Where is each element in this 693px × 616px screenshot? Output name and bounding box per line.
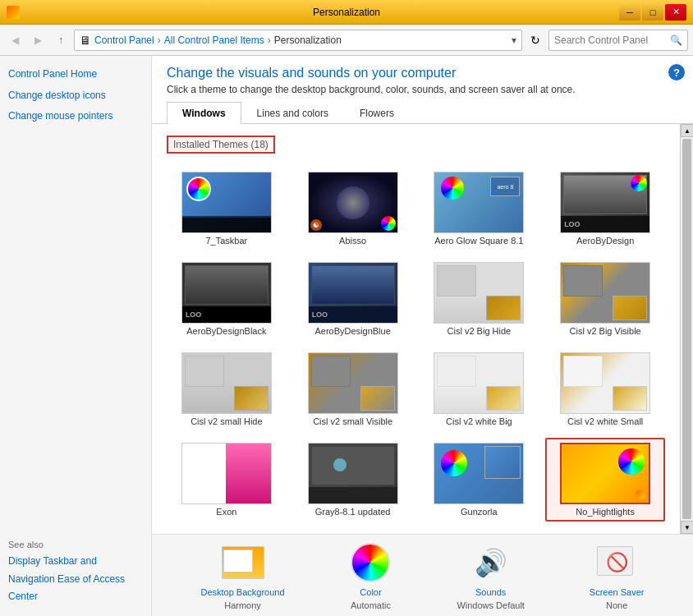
search-icon: 🔍 xyxy=(670,34,682,46)
app-icon xyxy=(7,6,20,19)
theme-thumb-cislbigvisible xyxy=(560,262,650,324)
theme-item-cislwhitebig[interactable]: Cisl v2 white Big xyxy=(420,347,539,431)
search-box[interactable]: 🔍 xyxy=(548,30,688,51)
tab-flowers[interactable]: Flowers xyxy=(344,102,410,124)
theme-name-gunzorla: Gunzorla xyxy=(461,507,498,517)
sounds-label[interactable]: Sounds xyxy=(475,587,506,597)
minimize-button[interactable]: ─ xyxy=(619,4,640,21)
screensaver-icon: 🚫 xyxy=(595,541,638,584)
theme-item-nohighlights[interactable]: No_Hightlights xyxy=(545,438,665,522)
theme-item-cislbighide[interactable]: Cisl v2 Big Hide xyxy=(420,257,539,341)
themes-area: Installed Themes (18) 7_Taskbar xyxy=(152,124,693,534)
theme-thumb-gray8 xyxy=(308,443,398,504)
tab-windows[interactable]: Windows xyxy=(167,102,241,124)
theme-item-abisso[interactable]: ☯ Abisso xyxy=(293,167,413,251)
theme-item-gunzorla[interactable]: Gunzorla xyxy=(420,438,539,522)
color-sublabel: Automatic xyxy=(351,600,391,610)
address-bar: 🖥 Control Panel › All Control Panel Item… xyxy=(74,30,522,51)
forward-button[interactable]: ▶ xyxy=(28,30,48,50)
theme-item-cislbigvisible[interactable]: Cisl v2 Big Visible xyxy=(545,257,665,341)
desktop-bg-label[interactable]: Desktop Background xyxy=(200,587,284,597)
window-controls: ─ □ ✕ xyxy=(619,4,686,21)
theme-name-gray8: Gray8-8.1 updated xyxy=(315,507,391,517)
sidebar-item-display[interactable]: Display xyxy=(8,555,40,567)
main-layout: Control Panel Home Change desktop icons … xyxy=(0,56,693,616)
tabs-bar: Windows Lines and colors Flowers xyxy=(152,102,693,124)
tab-lines-colors[interactable]: Lines and colors xyxy=(241,102,344,124)
sounds-item[interactable]: 🔊 Sounds Windows Default xyxy=(457,541,525,610)
theme-item-cislsmallhide[interactable]: Cisl v2 small Hide xyxy=(167,347,287,431)
sidebar-item-control-home[interactable]: Control Panel Home xyxy=(8,66,143,84)
screensaver-label[interactable]: Screen Saver xyxy=(590,587,645,597)
breadcrumb-control-panel[interactable]: Control Panel xyxy=(94,34,154,46)
scrollbar-thumb[interactable] xyxy=(682,139,691,519)
content-area: ? Change the visuals and sounds on your … xyxy=(152,56,693,616)
up-button[interactable]: ↑ xyxy=(51,30,71,50)
theme-name-exon: Exon xyxy=(216,507,236,517)
theme-thumb-aerobydesignblack: LOO xyxy=(181,262,272,324)
theme-thumb-cislsmallvisible xyxy=(308,352,398,414)
sounds-sublabel: Windows Default xyxy=(457,600,525,610)
theme-item-gray8[interactable]: Gray8-8.1 updated xyxy=(293,438,413,522)
theme-thumb-cislwhitesmall xyxy=(560,352,650,414)
back-button[interactable]: ◀ xyxy=(5,30,25,50)
scrollbar-down-button[interactable]: ▼ xyxy=(681,521,693,534)
theme-item-aeroglow[interactable]: aero 8 Aero Glow Square 8.1 xyxy=(420,167,539,251)
theme-item-aerobydesign[interactable]: LOO AeroByDesign xyxy=(545,167,665,251)
theme-name-aeroglow: Aero Glow Square 8.1 xyxy=(434,236,523,246)
scrollbar[interactable]: ▲ ▼ xyxy=(680,124,693,534)
installed-themes-label: Installed Themes (18) xyxy=(167,136,275,154)
sidebar-item-desktop-icons[interactable]: Change desktop icons xyxy=(8,87,143,105)
theme-item-aerobydesignblue[interactable]: LOO AeroByDesignBlue xyxy=(293,257,413,341)
theme-name-aerobydesign: AeroByDesign xyxy=(576,236,634,246)
theme-thumb-gunzorla xyxy=(434,443,524,504)
screensaver-sublabel: None xyxy=(606,600,627,610)
sidebar-item-mouse-pointers[interactable]: Change mouse pointers xyxy=(8,108,143,126)
scrollbar-up-button[interactable]: ▲ xyxy=(681,124,693,137)
theme-name-cislbighide: Cisl v2 Big Hide xyxy=(447,326,512,336)
theme-item-7taskbar[interactable]: 7_Taskbar xyxy=(167,167,287,251)
theme-name-7taskbar: 7_Taskbar xyxy=(205,236,247,246)
content-header: Change the visuals and sounds on your co… xyxy=(152,56,693,102)
navigation-bar: ◀ ▶ ↑ 🖥 Control Panel › All Control Pane… xyxy=(0,25,693,56)
theme-thumb-exon xyxy=(181,443,272,504)
close-button[interactable]: ✕ xyxy=(665,4,686,21)
themes-container: Installed Themes (18) 7_Taskbar xyxy=(152,124,680,534)
sidebar-bottom: See also Display Taskbar and Navigation … xyxy=(8,530,143,606)
theme-name-nohighlights: No_Hightlights xyxy=(576,507,635,517)
maximize-button[interactable]: □ xyxy=(642,4,663,21)
theme-thumb-aeroglow: aero 8 xyxy=(434,172,524,233)
theme-item-cislsmallvisible[interactable]: Cisl v2 small Visible xyxy=(293,347,413,431)
title-bar-left xyxy=(7,6,20,19)
themes-grid: 7_Taskbar ☯ Abisso xyxy=(167,167,665,522)
theme-thumb-aerobydesign: LOO xyxy=(560,172,650,233)
theme-thumb-cislbighide xyxy=(434,262,524,324)
theme-thumb-nohighlights xyxy=(560,443,650,504)
theme-name-cislsmallhide: Cisl v2 small Hide xyxy=(190,416,262,426)
breadcrumb-current: Personalization xyxy=(274,34,342,46)
color-label[interactable]: Color xyxy=(360,587,381,597)
refresh-button[interactable]: ↻ xyxy=(525,30,545,50)
sidebar: Control Panel Home Change desktop icons … xyxy=(0,56,152,616)
breadcrumb-all-items[interactable]: All Control Panel Items xyxy=(164,34,264,46)
color-item[interactable]: Color Automatic xyxy=(349,541,392,610)
theme-name-aerobydesignblue: AeroByDesignBlue xyxy=(314,326,390,336)
see-also-label: See also xyxy=(8,540,143,549)
theme-thumb-abisso: ☯ xyxy=(308,172,398,233)
theme-name-abisso: Abisso xyxy=(339,236,366,246)
theme-name-aerobydesignblack: AeroByDesignBlack xyxy=(186,326,266,336)
desktop-background-item[interactable]: Desktop Background Harmony xyxy=(200,541,284,610)
desktop-bg-sublabel: Harmony xyxy=(224,600,261,610)
theme-item-aerobydesignblack[interactable]: LOO AeroByDesignBlack xyxy=(167,257,287,341)
theme-item-cislwhitesmall[interactable]: Cisl v2 white Small xyxy=(545,347,665,431)
search-input[interactable] xyxy=(554,34,667,46)
theme-name-cislbigvisible: Cisl v2 Big Visible xyxy=(570,326,641,336)
screensaver-item[interactable]: 🚫 Screen Saver None xyxy=(590,541,645,610)
color-icon xyxy=(349,541,392,584)
bottom-bar: Desktop Background Harmony Color Automat… xyxy=(152,534,693,616)
window-title: Personalization xyxy=(313,7,380,18)
dropdown-arrow-icon[interactable]: ▾ xyxy=(512,34,516,46)
help-button[interactable]: ? xyxy=(668,64,685,80)
theme-item-exon[interactable]: Exon xyxy=(167,438,287,522)
theme-name-cislwhitesmall: Cisl v2 white Small xyxy=(567,416,643,426)
